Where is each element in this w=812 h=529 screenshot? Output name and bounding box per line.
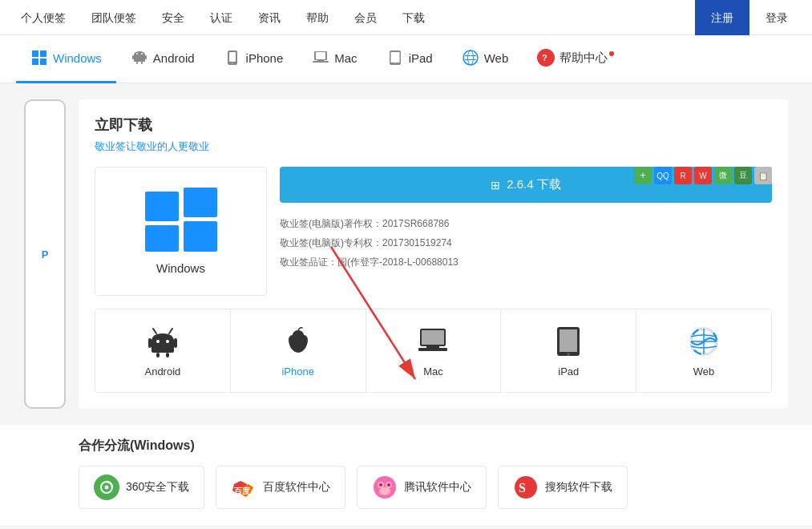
login-button[interactable]: 登录: [749, 0, 804, 35]
tab-windows[interactable]: Windows: [16, 35, 116, 83]
platform-icon-web[interactable]: Web: [636, 309, 771, 392]
tab-help-label: 帮助中心: [560, 50, 608, 66]
platform-icon-ipad[interactable]: iPad: [501, 309, 636, 392]
nav-item-security[interactable]: 安全: [149, 0, 197, 35]
svg-rect-7: [145, 55, 147, 59]
mac-icon: [415, 324, 450, 359]
download-main-row: Windows ⊞ 2.6.4 下载 敬业签(电脑版)著作权：2017SR668…: [95, 167, 772, 296]
svg-rect-20: [390, 52, 399, 63]
svg-rect-26: [184, 188, 217, 217]
share-icon-plus[interactable]: +: [634, 167, 652, 184]
svg-point-58: [379, 487, 390, 495]
tab-help-center[interactable]: ? 帮助中心: [523, 35, 628, 83]
main-content: P 立即下载 敬业签让敬业的人更敬业 Windows ⊞: [0, 83, 812, 425]
share-icon-wechat[interactable]: 微: [714, 167, 732, 184]
partner-360-label: 360安全下载: [126, 480, 189, 495]
share-icon-qq[interactable]: QQ: [654, 167, 672, 184]
nav-item-download[interactable]: 下载: [390, 0, 438, 35]
copyright-line-2: 敬业签(电脑版)专利权：2017301519274: [280, 233, 772, 252]
svg-rect-13: [229, 52, 236, 62]
svg-point-60: [387, 483, 390, 487]
svg-rect-9: [141, 62, 143, 64]
baidu-logo: 百度: [231, 474, 257, 500]
top-nav: 个人便签 团队便签 安全 认证 资讯 帮助 会员 下载 注册 登录: [0, 0, 812, 35]
svg-rect-6: [132, 55, 134, 59]
ipad-icon-label: iPad: [558, 365, 579, 378]
svg-rect-25: [145, 192, 179, 221]
tencent-logo: [372, 474, 398, 500]
360-logo: [94, 474, 119, 500]
mac-tab-icon: [312, 49, 329, 67]
svg-point-35: [156, 340, 160, 343]
ipad-icon: [551, 324, 586, 359]
web-ie-icon: [686, 324, 721, 359]
svg-rect-0: [32, 50, 38, 57]
web-tab-icon: [462, 49, 479, 67]
partner-tencent[interactable]: 腾讯软件中心: [357, 466, 487, 509]
partner-360[interactable]: 360安全下载: [79, 466, 204, 509]
platform-icons-row: Android iPhone Mac: [95, 309, 772, 393]
svg-point-14: [232, 63, 233, 64]
help-tab-icon: ?: [537, 49, 555, 67]
svg-rect-1: [40, 50, 46, 57]
iphone-icon-label: iPhone: [281, 365, 313, 378]
svg-rect-3: [40, 59, 46, 65]
tab-iphone-label: iPhone: [246, 51, 284, 65]
share-icon-weibo[interactable]: W: [694, 167, 712, 184]
svg-rect-17: [313, 61, 329, 63]
tab-web[interactable]: Web: [447, 35, 523, 83]
phone-mockup-label: P: [42, 248, 49, 260]
nav-item-team[interactable]: 团队便签: [79, 0, 149, 35]
windows-label: Windows: [156, 261, 205, 275]
share-icon-ren[interactable]: R: [674, 167, 692, 184]
nav-item-help[interactable]: 帮助: [293, 0, 341, 35]
register-button[interactable]: 注册: [695, 0, 749, 35]
svg-point-50: [105, 486, 109, 490]
partner-title: 合作分流(Windows): [24, 438, 796, 454]
partner-baidu[interactable]: 百度 百度软件中心: [216, 466, 345, 509]
help-dot: [609, 51, 614, 56]
svg-point-23: [467, 50, 473, 65]
svg-rect-2: [32, 59, 38, 65]
partner-sogou-label: 搜狗软件下载: [545, 480, 612, 495]
partner-baidu-label: 百度软件中心: [263, 480, 330, 495]
nav-item-member[interactable]: 会员: [341, 0, 390, 35]
nav-item-personal[interactable]: 个人便签: [8, 0, 79, 35]
svg-rect-38: [422, 330, 444, 345]
nav-item-cert[interactable]: 认证: [197, 0, 245, 35]
tab-mac-label: Mac: [334, 51, 357, 65]
iphone-tab-icon: [224, 49, 241, 67]
svg-rect-31: [148, 338, 151, 348]
phone-mockup: P: [24, 99, 66, 409]
nav-item-news[interactable]: 资讯: [245, 0, 293, 35]
svg-rect-18: [317, 60, 324, 61]
android-tab-icon: [131, 49, 148, 67]
mac-icon-label: Mac: [423, 365, 443, 378]
tab-android[interactable]: Android: [116, 35, 209, 83]
share-icon-dou[interactable]: 豆: [734, 167, 752, 184]
section-title: 立即下载: [95, 115, 772, 135]
platform-icon-iphone[interactable]: iPhone: [231, 309, 366, 392]
svg-rect-33: [156, 353, 160, 357]
tab-iphone[interactable]: iPhone: [209, 35, 298, 83]
tab-ipad[interactable]: iPad: [372, 35, 447, 83]
svg-point-22: [463, 50, 478, 65]
partner-row: 360安全下载 百度 百度软件中心 腾讯软件中心 S 搜狗软件下载: [24, 466, 796, 509]
tab-mac[interactable]: Mac: [297, 35, 371, 83]
svg-point-36: [166, 340, 169, 343]
partner-section: 合作分流(Windows) 360安全下载 百度 百度软件中心 腾讯软件中心: [0, 425, 812, 525]
android-icon-label: Android: [144, 365, 180, 378]
android-icon: [145, 324, 180, 359]
copyright-line-3: 敬业签品证：国(作登字-2018-L-00688013: [280, 252, 772, 272]
svg-point-43: [567, 353, 570, 356]
platform-icon-android[interactable]: Android: [95, 309, 231, 392]
platform-icon-mac[interactable]: Mac: [366, 309, 502, 392]
windows-box[interactable]: Windows: [95, 167, 267, 296]
section-subtitle[interactable]: 敬业签让敬业的人更敬业: [95, 139, 772, 154]
partner-sogou[interactable]: S 搜狗软件下载: [498, 466, 628, 509]
share-icon-copy[interactable]: 📋: [754, 167, 772, 184]
svg-rect-34: [166, 353, 169, 357]
svg-text:S: S: [519, 481, 526, 495]
svg-rect-32: [174, 338, 177, 348]
svg-rect-8: [136, 62, 138, 64]
